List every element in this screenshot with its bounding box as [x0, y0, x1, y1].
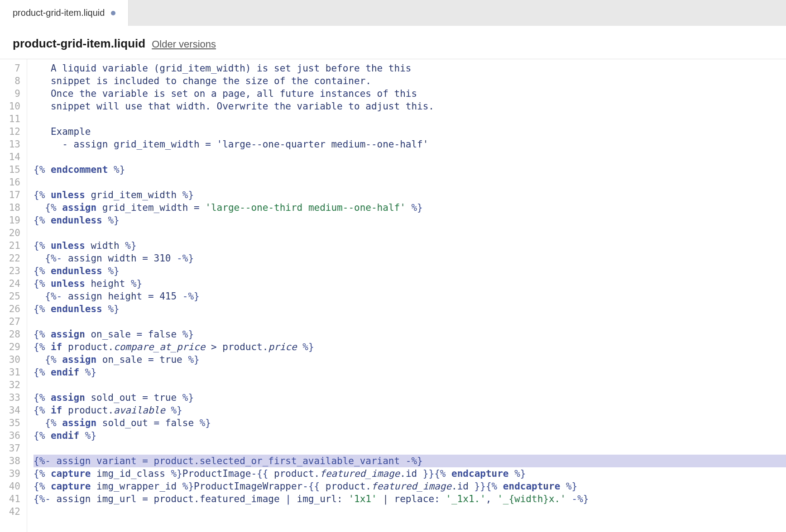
line-number: 23 — [0, 265, 27, 277]
code-line[interactable]: {%- assign variant = product.selected_or… — [34, 455, 786, 467]
code-line[interactable]: {%- assign height = 415 -%} — [34, 290, 786, 303]
code-line[interactable]: {% if product.available %} — [34, 404, 786, 417]
code-line[interactable]: A liquid variable (grid_item_width) is s… — [34, 62, 786, 75]
code-line[interactable]: {% endunless %} — [34, 265, 786, 277]
line-number: 10 — [0, 100, 27, 113]
line-number: 19 — [0, 214, 27, 227]
code-line[interactable]: snippet is included to change the size o… — [34, 75, 786, 87]
title-bar: product-grid-item.liquid Older versions — [0, 26, 786, 59]
line-number: 18 — [0, 201, 27, 214]
tab-label: product-grid-item.liquid — [13, 8, 105, 18]
line-number: 41 — [0, 493, 27, 505]
line-number: 16 — [0, 176, 27, 189]
code-line[interactable]: {% assign on_sale = false %} — [34, 328, 786, 341]
line-number: 39 — [0, 467, 27, 480]
unsaved-dot-icon — [111, 11, 115, 15]
code-area[interactable]: A liquid variable (grid_item_width) is s… — [27, 59, 786, 532]
line-number: 21 — [0, 239, 27, 252]
line-number: 33 — [0, 391, 27, 404]
code-line[interactable] — [34, 113, 786, 125]
code-line[interactable] — [34, 151, 786, 163]
line-number: 14 — [0, 151, 27, 163]
line-number: 7 — [0, 62, 27, 75]
code-line[interactable] — [34, 315, 786, 328]
line-number: 42 — [0, 505, 27, 518]
code-line[interactable]: snippet will use that width. Overwrite t… — [34, 100, 786, 113]
code-line[interactable]: {% if product.compare_at_price > product… — [34, 341, 786, 353]
line-number: 28 — [0, 328, 27, 341]
line-number: 13 — [0, 138, 27, 151]
line-number: 22 — [0, 252, 27, 265]
line-number: 9 — [0, 87, 27, 100]
code-line[interactable]: {% assign on_sale = true %} — [34, 353, 786, 366]
line-number: 25 — [0, 290, 27, 303]
code-line[interactable] — [34, 379, 786, 391]
line-number: 32 — [0, 379, 27, 391]
line-number: 26 — [0, 303, 27, 315]
line-number: 17 — [0, 189, 27, 201]
line-number: 31 — [0, 366, 27, 379]
code-line[interactable]: {% capture img_wrapper_id %}ProductImage… — [34, 480, 786, 493]
code-line[interactable]: {% assign sold_out = true %} — [34, 391, 786, 404]
code-line[interactable]: {% assign sold_out = false %} — [34, 417, 786, 429]
code-line[interactable]: {%- assign img_url = product.featured_im… — [34, 493, 786, 505]
line-number: 34 — [0, 404, 27, 417]
code-line[interactable]: {% unless height %} — [34, 277, 786, 290]
line-number: 35 — [0, 417, 27, 429]
line-number-gutter: 7891011121314151617181920212223242526272… — [0, 59, 27, 532]
older-versions-link[interactable]: Older versions — [152, 38, 216, 50]
line-number: 38 — [0, 455, 27, 467]
tab-bar: product-grid-item.liquid — [0, 0, 786, 26]
line-number: 36 — [0, 429, 27, 442]
code-line[interactable]: {% unless grid_item_width %} — [34, 189, 786, 201]
line-number: 40 — [0, 480, 27, 493]
code-line[interactable]: - assign grid_item_width = 'large--one-q… — [34, 138, 786, 151]
code-line[interactable]: {% endif %} — [34, 366, 786, 379]
code-line[interactable]: {% endunless %} — [34, 303, 786, 315]
code-line[interactable]: {% endcomment %} — [34, 163, 786, 176]
line-number: 12 — [0, 125, 27, 138]
code-line[interactable]: {% endunless %} — [34, 214, 786, 227]
code-line[interactable]: Example — [34, 125, 786, 138]
line-number: 27 — [0, 315, 27, 328]
code-line[interactable] — [34, 505, 786, 518]
code-line[interactable] — [34, 176, 786, 189]
line-number: 24 — [0, 277, 27, 290]
code-line[interactable]: {% endif %} — [34, 429, 786, 442]
line-number: 11 — [0, 113, 27, 125]
code-line[interactable]: Once the variable is set on a page, all … — [34, 87, 786, 100]
file-title: product-grid-item.liquid — [13, 37, 145, 51]
line-number: 20 — [0, 227, 27, 239]
code-line[interactable]: {% capture img_id_class %}ProductImage-{… — [34, 467, 786, 480]
code-line[interactable] — [34, 442, 786, 455]
code-line[interactable]: {% assign grid_item_width = 'large--one-… — [34, 201, 786, 214]
line-number: 8 — [0, 75, 27, 87]
code-line[interactable] — [34, 227, 786, 239]
line-number: 15 — [0, 163, 27, 176]
line-number: 30 — [0, 353, 27, 366]
code-line[interactable]: {%- assign width = 310 -%} — [34, 252, 786, 265]
line-number: 29 — [0, 341, 27, 353]
line-number: 37 — [0, 442, 27, 455]
code-editor[interactable]: 7891011121314151617181920212223242526272… — [0, 59, 786, 532]
code-line[interactable]: {% unless width %} — [34, 239, 786, 252]
file-tab[interactable]: product-grid-item.liquid — [0, 0, 129, 26]
